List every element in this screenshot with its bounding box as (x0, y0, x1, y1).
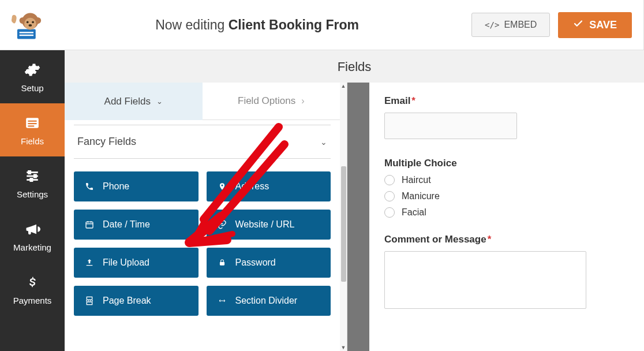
tab-label: Field Options (238, 95, 295, 107)
svg-rect-12 (28, 123, 36, 124)
svg-rect-25 (87, 297, 92, 300)
scroll-down-icon[interactable]: ▼ (340, 344, 347, 351)
sidebar-item-fields[interactable]: Fields (0, 103, 65, 156)
svg-rect-20 (86, 222, 93, 228)
svg-rect-2 (20, 35, 33, 36)
scrollbar-thumb[interactable] (341, 166, 346, 282)
scroll-up-icon[interactable]: ▲ (340, 83, 347, 89)
main-area: Fields ▲ ▼ Add Fields ⌄ Field Options › (65, 50, 644, 351)
required-asterisk: * (488, 234, 492, 245)
mc-options: Haircut Manicure Facial (384, 175, 629, 218)
preview-comment-label: Comment or Message* (384, 234, 629, 245)
wpforms-logo (7, 7, 43, 43)
tab-add-fields[interactable]: Add Fields ⌄ (65, 83, 203, 120)
svg-point-8 (32, 21, 34, 23)
editing-title: Now editing Client Booking From (43, 17, 471, 33)
map-marker-icon (217, 181, 227, 192)
label-text: Comment or Message (384, 234, 486, 245)
calendar-icon (84, 219, 95, 230)
sidebar-item-label: Fields (21, 136, 44, 146)
tab-label: Add Fields (104, 96, 151, 107)
sidebar-item-label: Payments (13, 296, 52, 305)
field-label: Address (235, 181, 269, 192)
option-label: Haircut (402, 175, 431, 185)
scrollbar-track[interactable]: ▲ ▼ (340, 83, 347, 351)
link-icon (217, 219, 227, 230)
sidebar: Setup Fields Settings Marketing Payments (0, 50, 65, 351)
svg-rect-13 (28, 125, 34, 126)
fields-panel: ▲ ▼ Add Fields ⌄ Field Options › Fancy (65, 83, 347, 351)
dollar-icon (24, 274, 41, 291)
section-title: Fancy Fields (77, 136, 136, 148)
field-button-section-divider[interactable]: Section Divider (207, 286, 331, 316)
field-button-password[interactable]: Password (207, 248, 331, 278)
svg-rect-0 (17, 29, 36, 39)
check-icon (573, 18, 583, 32)
email-field[interactable] (384, 113, 517, 139)
field-label: Password (235, 257, 276, 268)
svg-rect-1 (20, 32, 33, 33)
section-header-fancy[interactable]: Fancy Fields ⌄ (74, 125, 331, 159)
list-icon (24, 114, 41, 132)
sidebar-item-marketing[interactable]: Marketing (0, 210, 65, 263)
form-name: Client Booking From (229, 17, 359, 32)
field-label: File Upload (103, 257, 149, 268)
radio-icon (384, 175, 395, 185)
field-label: Page Break (103, 296, 151, 306)
gear-icon (24, 61, 41, 79)
preview-email-label: Email* (384, 95, 629, 107)
panel-tabs: Add Fields ⌄ Field Options › (65, 83, 340, 120)
arrows-h-icon (217, 296, 227, 306)
svg-rect-11 (28, 120, 36, 121)
field-button-address[interactable]: Address (207, 171, 331, 201)
code-icon: </> (485, 20, 499, 29)
field-buttons-grid: Phone Address Date / Time Website / URL (65, 159, 340, 316)
editing-prefix: Now editing (155, 17, 229, 32)
mc-option[interactable]: Haircut (384, 175, 629, 185)
option-label: Facial (402, 207, 426, 218)
sidebar-item-payments[interactable]: Payments (0, 263, 65, 316)
comment-textarea[interactable] (384, 251, 586, 309)
lock-icon (217, 257, 227, 268)
chevron-right-icon: › (301, 96, 304, 106)
field-button-website[interactable]: Website / URL (207, 210, 331, 240)
panel-divider (347, 83, 369, 351)
field-label: Phone (103, 181, 129, 192)
phone-icon (84, 181, 95, 192)
embed-label: EMBED (504, 20, 537, 30)
svg-rect-19 (31, 178, 32, 181)
sidebar-item-label: Settings (17, 189, 48, 199)
sidebar-item-settings[interactable]: Settings (0, 156, 65, 210)
sidebar-item-label: Setup (21, 83, 43, 93)
embed-button[interactable]: </> EMBED (471, 13, 550, 37)
top-header: Now editing Client Booking From </> EMBE… (0, 0, 644, 50)
sidebar-item-setup[interactable]: Setup (0, 50, 65, 103)
field-label: Website / URL (235, 219, 295, 230)
label-text: Email (384, 95, 410, 106)
upload-icon (84, 257, 95, 268)
save-button[interactable]: SAVE (558, 12, 632, 38)
workspace: ▲ ▼ Add Fields ⌄ Field Options › Fancy (65, 83, 644, 351)
panel-title: Fields (65, 50, 644, 83)
radio-icon (384, 191, 395, 201)
field-button-file-upload[interactable]: File Upload (74, 248, 199, 278)
option-label: Manicure (402, 191, 440, 201)
svg-rect-24 (219, 262, 224, 266)
field-button-datetime[interactable]: Date / Time (74, 210, 199, 240)
sliders-icon (24, 167, 41, 185)
chevron-down-icon: ⌄ (320, 137, 327, 147)
svg-rect-26 (87, 302, 92, 305)
save-label: SAVE (589, 19, 617, 31)
mc-option[interactable]: Manicure (384, 191, 629, 201)
field-button-page-break[interactable]: Page Break (74, 286, 199, 316)
mc-option[interactable]: Facial (384, 207, 629, 218)
field-label: Section Divider (235, 296, 298, 306)
radio-icon (384, 207, 395, 218)
preview-mc-label: Multiple Choice (384, 158, 629, 169)
required-asterisk: * (411, 95, 415, 106)
field-button-phone[interactable]: Phone (74, 171, 199, 201)
chevron-down-icon: ⌄ (156, 97, 163, 106)
bullhorn-icon (24, 221, 41, 238)
tab-field-options[interactable]: Field Options › (203, 83, 340, 120)
page-break-icon (84, 296, 95, 306)
